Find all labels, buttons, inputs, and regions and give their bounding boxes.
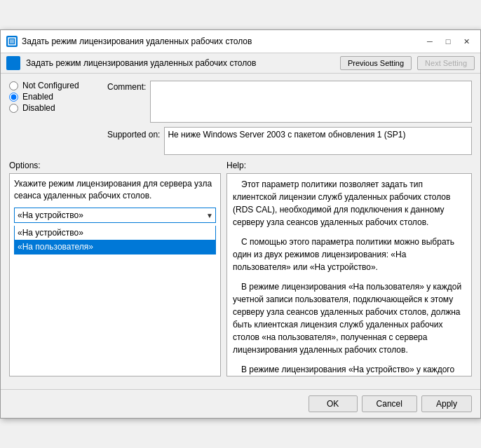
enabled-label: Enabled: [22, 92, 53, 102]
maximize-button[interactable]: □: [440, 34, 456, 48]
options-section-label: Options:: [9, 161, 226, 170]
options-description: Укажите режим лицензирования для сервера…: [14, 178, 216, 202]
window-controls: ─ □ ✕: [421, 34, 475, 48]
cancel-button[interactable]: Cancel: [362, 395, 417, 412]
supported-label: Supported on:: [107, 127, 160, 140]
svg-rect-1: [10, 39, 14, 43]
footer: OK Cancel Apply: [1, 389, 480, 418]
radio-group: Not Configured Enabled Disabled: [9, 81, 107, 113]
ok-button[interactable]: OK: [309, 395, 358, 412]
licensing-mode-select[interactable]: «На устройство» «На пользователя»: [14, 208, 216, 223]
not-configured-label: Not Configured: [22, 81, 79, 90]
options-panel: Укажите режим лицензирования для сервера…: [9, 173, 221, 376]
help-section-label: Help:: [226, 161, 472, 170]
window-title: Задать режим лицензирования удаленных ра…: [22, 36, 417, 46]
enabled-option[interactable]: Enabled: [9, 92, 107, 102]
help-paragraph-2: С помощью этого параметра политики можно…: [233, 236, 466, 273]
toolbar-title: Задать режим лицензирования удаленных ра…: [26, 58, 334, 68]
apply-button[interactable]: Apply: [421, 395, 472, 412]
supported-block: Supported on: Не ниже Windows Server 200…: [107, 127, 472, 155]
title-bar: Задать режим лицензирования удаленных ра…: [1, 30, 480, 53]
comment-textarea[interactable]: [150, 81, 472, 123]
toolbar-icon: [6, 56, 20, 70]
previous-setting-button[interactable]: Previous Setting: [340, 56, 412, 70]
help-paragraph-1: Этот параметр политики позволяет задать …: [233, 178, 466, 229]
dropdown-list: «На устройство» «На пользователя»: [14, 226, 216, 254]
help-panel: Этот параметр политики позволяет задать …: [226, 173, 472, 376]
help-paragraph-4: В режиме лицензирования «На устройство» …: [233, 363, 466, 376]
section-labels: Options: Help:: [9, 161, 472, 170]
dropdown-item-user[interactable]: «На пользователя»: [15, 240, 215, 254]
main-content: Not Configured Enabled Disabled Comment:: [1, 74, 480, 383]
main-window: Задать режим лицензирования удаленных ра…: [0, 29, 481, 419]
window-icon: [6, 36, 18, 47]
disabled-option[interactable]: Disabled: [9, 103, 107, 113]
comment-block: Comment:: [107, 81, 472, 123]
close-button[interactable]: ✕: [458, 34, 475, 48]
supported-value: Не ниже Windows Server 2003 с пакетом об…: [164, 127, 472, 155]
disabled-label: Disabled: [22, 103, 55, 113]
enabled-radio[interactable]: [9, 93, 18, 102]
right-panels: Comment: Supported on: Не ниже Windows S…: [107, 81, 472, 155]
comment-label: Comment:: [107, 81, 146, 92]
not-configured-option[interactable]: Not Configured: [9, 81, 107, 90]
next-setting-button[interactable]: Next Setting: [417, 56, 475, 70]
toolbar: Задать режим лицензирования удаленных ра…: [1, 53, 480, 74]
dropdown-item-device[interactable]: «На устройство»: [15, 226, 215, 240]
minimize-button[interactable]: ─: [421, 34, 438, 48]
dropdown-container: «На устройство» «На пользователя» ▼: [14, 208, 216, 223]
help-paragraph-3: В режиме лицензирования «На пользователя…: [233, 280, 466, 356]
lower-panels: Укажите режим лицензирования для сервера…: [9, 173, 472, 376]
not-configured-radio[interactable]: [9, 81, 18, 90]
disabled-radio[interactable]: [9, 104, 18, 113]
